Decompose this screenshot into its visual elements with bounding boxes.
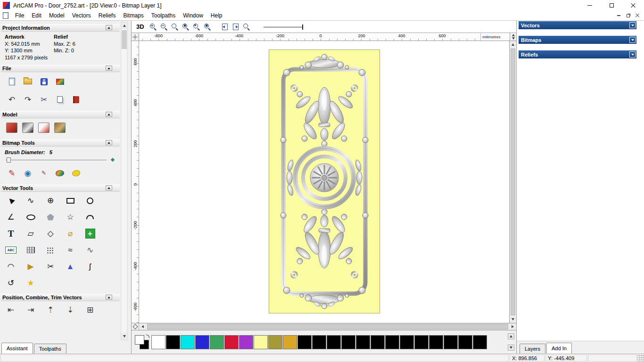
create-text-icon[interactable]: T xyxy=(3,227,19,240)
combine-union-icon[interactable]: ⊟ xyxy=(3,320,19,323)
menu-toolpaths[interactable]: Toolpaths xyxy=(148,11,179,20)
collapse-section-button[interactable] xyxy=(106,66,112,71)
zoom-slider[interactable] xyxy=(264,24,303,30)
palette-pale-yellow[interactable] xyxy=(254,335,268,349)
trim-vectors-icon[interactable]: ✂ xyxy=(42,260,58,273)
measure-tool-icon[interactable]: ⌀ xyxy=(62,227,78,240)
combine-subtract-icon[interactable]: ⊠ xyxy=(23,320,39,323)
palette-scroll-up-button[interactable] xyxy=(508,333,514,339)
mdi-minimize-button[interactable] xyxy=(615,12,622,19)
drawing-canvas[interactable] xyxy=(139,41,509,323)
zoom-objects-icon[interactable] xyxy=(202,22,213,32)
create-rectangle-icon[interactable] xyxy=(62,194,78,207)
transform-vectors-icon[interactable]: ⊕ xyxy=(42,194,58,207)
collapse-section-button[interactable] xyxy=(106,112,112,117)
palette-black[interactable] xyxy=(297,335,312,349)
palette-black[interactable] xyxy=(414,335,429,349)
slider-thumb[interactable] xyxy=(7,157,11,163)
extrude-tool-icon[interactable]: ▲ xyxy=(62,260,78,273)
horizontal-scrollbar[interactable] xyxy=(146,323,509,330)
ruler-origin-button[interactable] xyxy=(132,33,139,41)
greyscale-preview-icon[interactable] xyxy=(20,121,36,134)
fit-polyline-icon[interactable]: ∿ xyxy=(82,243,98,257)
colour-palette-icon[interactable] xyxy=(52,166,68,180)
create-star-icon[interactable]: ☆ xyxy=(62,210,78,224)
create-polyline-icon[interactable]: ∠ xyxy=(3,210,19,224)
create-circle-icon[interactable] xyxy=(82,194,98,207)
scroll-left-button[interactable] xyxy=(139,323,146,330)
tab-layers[interactable]: Layers xyxy=(520,344,545,354)
brush-diameter-slider[interactable] xyxy=(6,157,114,163)
collapse-section-button[interactable] xyxy=(106,185,112,190)
palette-black[interactable] xyxy=(327,335,341,349)
palette-cyan[interactable] xyxy=(181,335,195,349)
collapse-section-button[interactable] xyxy=(106,295,112,300)
3d-view-button[interactable]: 3D xyxy=(135,23,148,30)
vectors-panel-header[interactable]: Vectors xyxy=(519,21,636,29)
combine-weld-icon[interactable]: ∴ xyxy=(42,320,58,323)
create-polygon-icon[interactable] xyxy=(42,210,58,224)
menu-file[interactable]: File xyxy=(11,11,28,20)
align-left-icon[interactable]: ⇤ xyxy=(3,303,19,317)
adjust-model-icon[interactable] xyxy=(4,121,20,134)
scroll-up-button[interactable] xyxy=(510,41,516,48)
nest-vectors-icon[interactable]: Nes xyxy=(82,320,98,323)
palette-olive[interactable] xyxy=(268,335,282,349)
palette-black[interactable] xyxy=(166,335,180,349)
tab-toolpaths[interactable]: Toolpaths xyxy=(34,344,66,354)
node-editing-icon[interactable]: ∿ xyxy=(23,194,39,207)
tab-assistant[interactable]: Assistant xyxy=(1,343,33,354)
palette-white[interactable] xyxy=(151,335,165,349)
align-centre-icon[interactable]: ⊞ xyxy=(82,303,98,317)
maximize-button[interactable] xyxy=(601,0,622,11)
texture-image-icon[interactable] xyxy=(52,121,68,134)
scroll-down-button[interactable] xyxy=(121,333,127,340)
copy-icon[interactable] xyxy=(52,93,68,106)
previous-view-icon[interactable] xyxy=(220,22,231,32)
open-model-icon[interactable] xyxy=(20,75,36,88)
reliefs-panel-header[interactable]: Reliefs xyxy=(519,50,636,58)
palette-black[interactable] xyxy=(385,335,399,349)
palette-black[interactable] xyxy=(312,335,326,349)
vertical-scrollbar[interactable] xyxy=(509,41,516,323)
align-top-icon[interactable]: ⇡ xyxy=(42,303,58,317)
paste-icon[interactable] xyxy=(68,93,84,106)
reliefs-dropdown-button[interactable] xyxy=(629,51,636,58)
save-model-icon[interactable] xyxy=(36,75,52,88)
import-image-icon[interactable] xyxy=(52,75,68,88)
palette-black[interactable] xyxy=(341,335,355,349)
new-model-icon[interactable] xyxy=(4,75,20,88)
collapse-section-button[interactable] xyxy=(106,25,112,30)
zoom-in-icon[interactable] xyxy=(148,22,159,32)
three-point-arc-icon[interactable]: ◠ xyxy=(3,260,19,273)
tab-add-in[interactable]: Add In xyxy=(546,343,572,354)
shear-vectors-icon[interactable]: ▱ xyxy=(23,227,39,240)
text-abc-icon[interactable]: ABC xyxy=(3,243,19,257)
palette-black[interactable] xyxy=(444,335,458,349)
menu-window[interactable]: Window xyxy=(179,11,207,20)
menu-edit[interactable]: Edit xyxy=(28,11,45,20)
menu-model[interactable]: Model xyxy=(45,11,68,20)
block-paste-icon[interactable]: + xyxy=(82,227,98,240)
paint-selective-icon[interactable]: ✎ xyxy=(36,166,52,180)
zoom-window-icon[interactable] xyxy=(181,22,191,32)
grid-snap-icon[interactable] xyxy=(23,243,39,257)
zoom-out-icon[interactable] xyxy=(159,22,170,32)
primary-colour-chip[interactable] xyxy=(134,335,149,350)
cut-icon[interactable]: ✂ xyxy=(36,93,52,106)
spiral-tool-icon[interactable]: ↺ xyxy=(3,276,19,290)
palette-black[interactable] xyxy=(429,335,443,349)
palette-red[interactable] xyxy=(224,335,239,349)
vector-doctor-icon[interactable]: ▶ xyxy=(23,260,39,273)
palette-black[interactable] xyxy=(356,335,370,349)
create-arc-icon[interactable] xyxy=(82,210,98,224)
paint-tool-icon[interactable]: ✎ xyxy=(4,166,20,180)
texture-colour-icon[interactable] xyxy=(68,166,84,180)
palette-black[interactable] xyxy=(400,335,414,349)
menu-vectors[interactable]: Vectors xyxy=(68,11,95,20)
palette-purple[interactable] xyxy=(239,335,253,349)
menu-bitmaps[interactable]: Bitmaps xyxy=(119,11,147,20)
scroll-down-button[interactable] xyxy=(510,316,516,323)
zoom-back-icon[interactable] xyxy=(241,22,252,32)
create-diamond-icon[interactable]: ◇ xyxy=(42,227,58,240)
